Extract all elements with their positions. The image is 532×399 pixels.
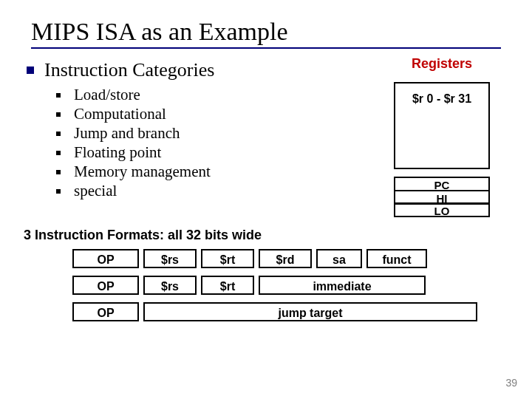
list-item: Computational	[56, 105, 377, 123]
list-item-label: Jump and branch	[74, 124, 180, 143]
top-bullet-text: Instruction Categories	[44, 59, 214, 81]
field-rs: $rs	[143, 249, 197, 268]
list-item-label: Computational	[74, 105, 166, 123]
field-rt: $rt	[201, 249, 254, 268]
title-underline	[31, 47, 501, 49]
list-item-label: Memory management	[74, 163, 211, 181]
list-item: Floating point	[56, 143, 377, 162]
square-bullet-icon	[27, 66, 34, 74]
content-row: Instruction Categories Load/store Comput…	[31, 59, 501, 217]
field-op: OP	[72, 276, 139, 295]
dot-bullet-icon	[56, 93, 61, 98]
top-bullet-line: Instruction Categories	[31, 59, 377, 81]
field-funct: funct	[366, 249, 427, 268]
dot-bullet-icon	[56, 189, 61, 194]
registers-heading: Registers	[383, 56, 501, 72]
list-item-label: special	[74, 182, 117, 200]
field-rt: $rt	[201, 276, 254, 295]
register-range-label: $r 0 - $r 31	[412, 92, 471, 106]
field-op: OP	[72, 302, 139, 321]
field-op: OP	[72, 249, 139, 268]
list-item: special	[56, 182, 377, 200]
list-item-label: Floating point	[74, 143, 161, 162]
list-item: Memory management	[56, 163, 377, 181]
dot-bullet-icon	[56, 132, 61, 136]
list-item: Jump and branch	[56, 124, 377, 143]
dot-bullet-icon	[56, 151, 61, 155]
format-i-row: OP $rs $rt immediate	[72, 276, 501, 295]
special-registers: PC HI LO	[394, 177, 490, 217]
dot-bullet-icon	[56, 170, 61, 174]
field-immediate: immediate	[259, 276, 426, 295]
list-item: Load/store	[56, 86, 377, 104]
slide-number: 39	[505, 377, 517, 389]
right-column: Registers $r 0 - $r 31 PC HI LO	[383, 56, 501, 217]
formats-heading: 3 Instruction Formats: all 32 bits wide	[24, 228, 501, 243]
slide-title: MIPS ISA as an Example	[31, 18, 501, 46]
field-rd: $rd	[259, 249, 312, 268]
dot-bullet-icon	[56, 112, 61, 117]
left-column: Instruction Categories Load/store Comput…	[31, 59, 377, 201]
field-rs: $rs	[143, 276, 197, 295]
sub-list: Load/store Computational Jump and branch…	[56, 86, 377, 200]
slide: MIPS ISA as an Example Instruction Categ…	[0, 0, 532, 399]
register-file-box: $r 0 - $r 31	[394, 82, 490, 169]
format-r-row: OP $rs $rt $rd sa funct	[72, 249, 501, 268]
instruction-formats: OP $rs $rt $rd sa funct OP $rs $rt immed…	[72, 249, 501, 321]
list-item-label: Load/store	[74, 86, 140, 104]
field-jump-target: jump target	[143, 302, 477, 321]
lo-register-box: LO	[394, 202, 490, 217]
format-j-row: OP jump target	[72, 302, 501, 321]
field-sa: sa	[316, 249, 362, 268]
